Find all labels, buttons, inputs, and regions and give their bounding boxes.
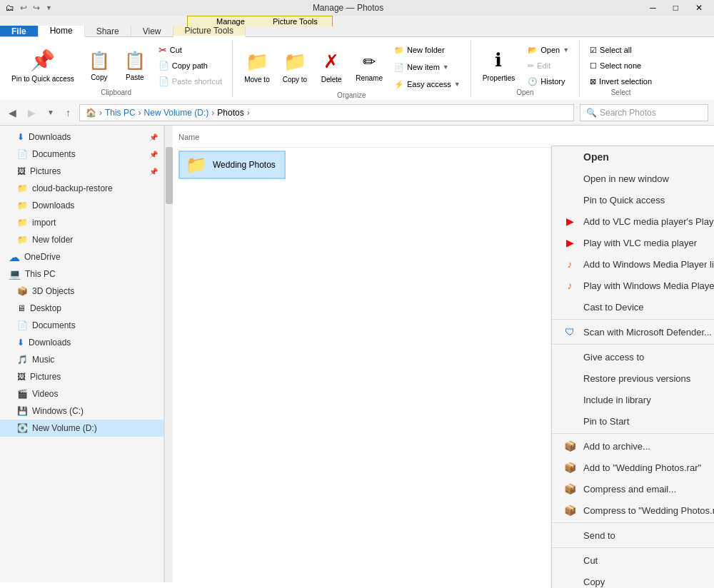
vlc-icon: ▶ bbox=[563, 215, 576, 228]
sidebar-item-desktop[interactable]: 🖥 Desktop bbox=[0, 300, 164, 317]
sidebar-scroll-thumb[interactable] bbox=[166, 147, 173, 204]
ctx-play-vlc[interactable]: ▶ Play with VLC media player bbox=[552, 232, 714, 253]
sidebar-item-downloads2[interactable]: 📁 Downloads bbox=[0, 197, 164, 214]
rename-button[interactable]: ✏ Rename bbox=[350, 44, 388, 90]
sidebar-item-newvolumed[interactable]: 💽 New Volume (D:) bbox=[0, 420, 164, 437]
sidebar-item-music[interactable]: 🎵 Music bbox=[0, 351, 164, 368]
sidebar-item-pictures-fav[interactable]: 🖼 Pictures 📌 bbox=[0, 163, 164, 180]
ctx-give-access[interactable]: Give access to › bbox=[552, 346, 714, 368]
downloads3-icon: ⬇ bbox=[17, 338, 24, 348]
forward-button[interactable]: ▶ bbox=[25, 104, 39, 121]
redo-icon[interactable]: ↪ bbox=[33, 3, 40, 13]
back-button[interactable]: ◀ bbox=[6, 104, 19, 121]
sidebar-item-newfolder[interactable]: 📁 New folder bbox=[0, 231, 164, 248]
sidebar-item-thispc[interactable]: 💻 This PC bbox=[0, 265, 164, 283]
ctx-open-new-window[interactable]: Open in new window bbox=[552, 168, 714, 189]
cut-button[interactable]: ✂ Cut bbox=[154, 43, 226, 57]
vlc-play-icon: ▶ bbox=[563, 236, 576, 249]
tab-share[interactable]: Share bbox=[85, 26, 131, 36]
select-label: Select bbox=[585, 88, 656, 96]
sidebar-item-pictures2[interactable]: 🖼 Pictures bbox=[0, 368, 164, 385]
sidebar-item-downloads3[interactable]: ⬇ Downloads bbox=[0, 334, 164, 351]
delete-button[interactable]: ✗ Delete bbox=[314, 44, 348, 90]
ctx-add-wedding-rar[interactable]: 📦 Add to "Wedding Photos.rar" bbox=[552, 457, 714, 478]
tab-view[interactable]: View bbox=[131, 26, 174, 36]
copy-button[interactable]: 📋 Copy bbox=[83, 43, 116, 88]
ctx-scan-defender[interactable]: 🛡 Scan with Microsoft Defender... bbox=[552, 321, 714, 343]
videos-icon: 🎬 bbox=[17, 389, 28, 399]
cast-icon bbox=[563, 300, 576, 313]
invert-selection-button[interactable]: ⊠ Invert selection bbox=[585, 74, 656, 88]
select-none-button[interactable]: ☐ Select none bbox=[585, 59, 656, 73]
ctx-cast-device[interactable]: Cast to Device › bbox=[552, 296, 714, 318]
sidebar-item-documents2[interactable]: 📄 Documents bbox=[0, 317, 164, 334]
properties-button[interactable]: ℹ Properties bbox=[477, 43, 521, 88]
new-folder-button[interactable]: 📁 New folder bbox=[390, 43, 465, 57]
new-item-button[interactable]: 📄 New item ▼ bbox=[390, 60, 465, 74]
3dobjects-icon: 📦 bbox=[17, 286, 28, 296]
ctx-include-library[interactable]: Include in library › bbox=[552, 389, 714, 410]
wmp-play-icon: ♪ bbox=[563, 279, 576, 292]
paste-shortcut-button[interactable]: 📄 Paste shortcut bbox=[154, 74, 226, 88]
ribbon-tabs: File Home Share View Picture Tools bbox=[0, 16, 714, 37]
ctx-add-wmp-list[interactable]: ♪ Add to Windows Media Player list bbox=[552, 253, 714, 275]
move-to-button[interactable]: 📁 Move to bbox=[238, 44, 276, 90]
ctx-add-vlc-playlist[interactable]: ▶ Add to VLC media player's Playlist bbox=[552, 211, 714, 232]
sidebar-item-3dobjects[interactable]: 📦 3D Objects bbox=[0, 283, 164, 300]
easy-access-button[interactable]: ⚡ Easy access ▼ bbox=[390, 77, 465, 91]
wmp-icon: ♪ bbox=[563, 258, 576, 270]
copy-to-button[interactable]: 📁 Copy to bbox=[277, 44, 313, 90]
documents-fav-icon: 📄 bbox=[17, 149, 28, 159]
sidebar-item-windowsc[interactable]: 💾 Windows (C:) bbox=[0, 402, 164, 420]
path-photos[interactable]: Photos bbox=[217, 108, 243, 118]
path-home-icon: 🏠 bbox=[86, 108, 96, 118]
select-all-button[interactable]: ☑ Select all bbox=[585, 43, 656, 57]
sidebar-item-downloads-fav[interactable]: ⬇ Downloads 📌 bbox=[0, 128, 164, 146]
ctx-pin-start[interactable]: Pin to Start bbox=[552, 410, 714, 432]
ctx-copy[interactable]: Copy bbox=[552, 571, 714, 588]
sidebar-item-onedrive[interactable]: ☁ OneDrive bbox=[0, 248, 164, 265]
import-icon: 📁 bbox=[17, 218, 28, 228]
ctx-add-archive[interactable]: 📦 Add to archive... bbox=[552, 435, 714, 457]
search-icon: 🔍 bbox=[586, 108, 597, 118]
ctx-pin-quick-access[interactable]: Pin to Quick access bbox=[552, 189, 714, 211]
history-button[interactable]: 🕐 History bbox=[523, 74, 573, 88]
ctx-cut[interactable]: Cut bbox=[552, 549, 714, 571]
minimize-btn[interactable]: ─ bbox=[644, 3, 662, 13]
open-icon bbox=[563, 151, 576, 163]
tab-manage[interactable]: Picture Tools bbox=[174, 26, 246, 37]
folder-item-wedding-photos[interactable]: 📁 Wedding Photos bbox=[178, 151, 286, 179]
open-button[interactable]: 📂 Open ▼ bbox=[523, 43, 573, 57]
paste-button[interactable]: 📋 Paste bbox=[119, 43, 151, 88]
path-thispc[interactable]: This PC bbox=[105, 108, 136, 118]
ctx-compress-email[interactable]: 📦 Compress and email... bbox=[552, 478, 714, 500]
path-drive[interactable]: New Volume (D:) bbox=[144, 108, 209, 118]
ctx-play-wmp[interactable]: ♪ Play with Windows Media Player bbox=[552, 275, 714, 296]
documents2-icon: 📄 bbox=[17, 320, 28, 330]
maximize-btn[interactable]: □ bbox=[668, 3, 684, 13]
undo-icon[interactable]: ↩ bbox=[20, 3, 27, 13]
sidebar-item-import[interactable]: 📁 import bbox=[0, 214, 164, 231]
search-input[interactable]: 🔍 Search Photos bbox=[580, 104, 708, 121]
organize-label: Organize bbox=[238, 91, 465, 99]
ctx-open[interactable]: Open bbox=[552, 146, 714, 168]
recent-button[interactable]: ▼ bbox=[44, 106, 57, 119]
ctx-restore-versions[interactable]: Restore previous versions bbox=[552, 368, 714, 389]
sidebar-item-cloud-backup[interactable]: 📁 cloud-backup-restore bbox=[0, 180, 164, 197]
copy-path-button[interactable]: 📄 Copy path bbox=[154, 59, 226, 73]
defender-icon: 🛡 bbox=[563, 325, 576, 338]
close-btn[interactable]: ✕ bbox=[690, 3, 708, 13]
sidebar-scrollbar[interactable] bbox=[164, 126, 173, 582]
tab-file[interactable]: File bbox=[0, 26, 39, 36]
pin-quickaccess-button[interactable]: 📌 Pin to Quick access bbox=[6, 43, 80, 88]
up-button[interactable]: ↑ bbox=[63, 104, 74, 121]
ctx-compress-wedding-email[interactable]: 📦 Compress to "Wedding Photos.rar" and e… bbox=[552, 500, 714, 521]
address-path[interactable]: 🏠 › This PC › New Volume (D:) › Photos › bbox=[79, 104, 574, 121]
edit-button[interactable]: ✏ Edit bbox=[523, 59, 573, 73]
sidebar-item-videos[interactable]: 🎬 Videos bbox=[0, 385, 164, 402]
tab-home[interactable]: Home bbox=[39, 26, 85, 37]
ctx-send-to[interactable]: Send to › bbox=[552, 524, 714, 546]
sidebar-item-documents-fav[interactable]: 📄 Documents 📌 bbox=[0, 146, 164, 163]
cut-icon bbox=[563, 554, 576, 567]
dropdown-arrow[interactable]: ▼ bbox=[46, 4, 52, 11]
